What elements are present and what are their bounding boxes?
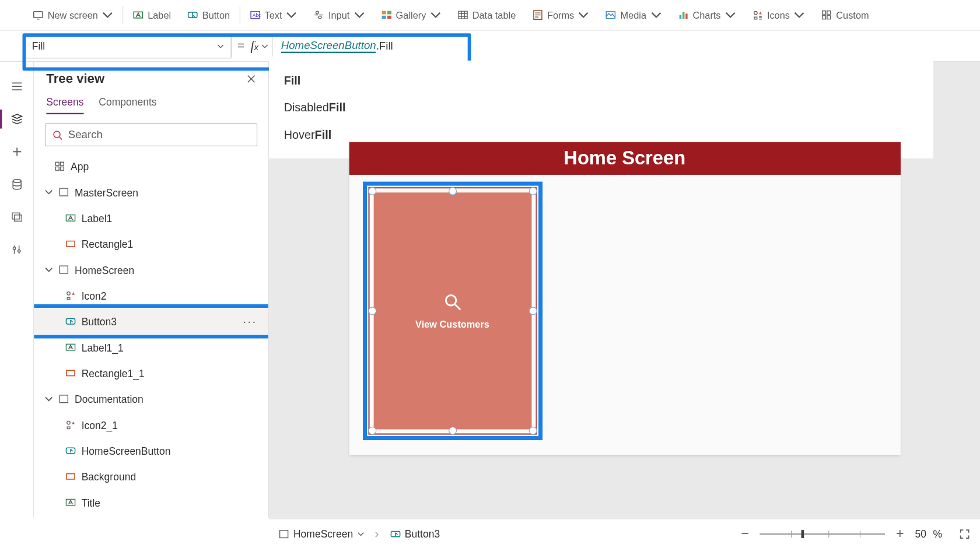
tree-node-icon2-1[interactable]: Icon2_1 bbox=[34, 412, 268, 437]
hamburger-icon bbox=[10, 80, 23, 93]
canvas-screen[interactable]: Home Screen View Customers bbox=[349, 142, 900, 455]
left-rail bbox=[0, 62, 34, 518]
insert-text-label: Text bbox=[265, 9, 282, 20]
svg-rect-31 bbox=[56, 167, 60, 170]
breadcrumb-screen[interactable]: HomeScreen bbox=[278, 528, 364, 540]
svg-point-5 bbox=[316, 11, 319, 14]
input-icon bbox=[313, 9, 324, 20]
zoom-slider[interactable] bbox=[760, 533, 886, 534]
tree-view-title: Tree view bbox=[46, 72, 104, 87]
tree-node-app[interactable]: App bbox=[34, 153, 268, 179]
selected-control-frame[interactable]: View Customers bbox=[362, 182, 542, 440]
resize-handle[interactable] bbox=[368, 307, 376, 315]
fit-to-screen-icon[interactable] bbox=[958, 528, 971, 540]
insert-text-button[interactable]: Abc Text bbox=[242, 0, 305, 30]
insert-input-button[interactable]: Input bbox=[305, 0, 373, 30]
svg-rect-40 bbox=[66, 370, 75, 375]
svg-point-47 bbox=[446, 295, 456, 305]
tree-node-button3[interactable]: Button3 ··· bbox=[34, 308, 268, 334]
tree-node-rectangle1-1[interactable]: Rectangle1_1 bbox=[34, 360, 268, 385]
screen-icon bbox=[58, 394, 69, 405]
tab-screens[interactable]: Screens bbox=[46, 96, 83, 115]
layers-icon bbox=[10, 113, 23, 125]
app-icon bbox=[54, 160, 65, 171]
tree-node-rectangle1[interactable]: Rectangle1 bbox=[34, 231, 268, 257]
chevron-down-icon bbox=[354, 9, 365, 20]
resize-handle[interactable] bbox=[368, 187, 376, 195]
insert-button-button[interactable]: Button bbox=[179, 0, 238, 30]
insert-icons-button[interactable]: Icons bbox=[744, 0, 813, 30]
insert-forms-button[interactable]: Forms bbox=[524, 0, 597, 30]
tree-node-masterscreen[interactable]: MasterScreen bbox=[34, 179, 268, 205]
formula-input[interactable]: HomeScreenButton.Fill bbox=[275, 34, 980, 58]
insert-custom-button[interactable]: Custom bbox=[813, 0, 877, 30]
tree-node-homescreenbutton[interactable]: HomeScreenButton bbox=[34, 437, 268, 463]
svg-point-26 bbox=[13, 247, 15, 250]
tree-node-label: Button3 bbox=[82, 315, 117, 327]
zoom-out-button[interactable]: − bbox=[737, 526, 753, 542]
svg-rect-17 bbox=[685, 13, 688, 19]
tree-node-label: Background bbox=[82, 470, 136, 482]
svg-rect-35 bbox=[66, 241, 75, 246]
resize-handle[interactable] bbox=[448, 187, 456, 195]
tree-node-topbar[interactable]: TopBar bbox=[34, 515, 268, 518]
tree-node-homescreen[interactable]: HomeScreen bbox=[34, 257, 268, 282]
tree-node-documentation[interactable]: Documentation bbox=[34, 386, 268, 412]
rail-media[interactable] bbox=[0, 201, 34, 233]
database-icon bbox=[10, 178, 23, 191]
svg-rect-16 bbox=[682, 12, 684, 19]
button-icon bbox=[390, 528, 401, 539]
view-customers-button[interactable]: View Customers bbox=[373, 192, 531, 429]
chevron-down-icon bbox=[45, 187, 53, 198]
svg-rect-32 bbox=[61, 167, 64, 170]
tree-search-input[interactable]: Search bbox=[45, 123, 257, 146]
tree-node-label1-1[interactable]: Label1_1 bbox=[34, 334, 268, 360]
selection-outline: View Customers bbox=[368, 187, 537, 435]
insert-datatable-button[interactable]: Data table bbox=[449, 0, 524, 30]
formula-reference: HomeScreenButton bbox=[281, 39, 376, 52]
new-screen-button[interactable]: New screen bbox=[24, 0, 121, 30]
insert-input-label: Input bbox=[328, 9, 349, 20]
svg-rect-7 bbox=[382, 11, 386, 15]
close-icon[interactable] bbox=[246, 74, 256, 83]
tree-node-label: Rectangle1 bbox=[82, 238, 134, 250]
autocomplete-item[interactable]: Fill bbox=[284, 68, 919, 95]
svg-rect-41 bbox=[60, 395, 68, 402]
search-icon bbox=[442, 292, 463, 312]
autocomplete-item[interactable]: DisabledFill bbox=[284, 94, 919, 122]
rail-hamburger[interactable] bbox=[0, 70, 34, 103]
svg-point-6 bbox=[319, 16, 322, 19]
tree-node-label: HomeScreen bbox=[75, 264, 134, 275]
zoom-value: 50 bbox=[915, 528, 926, 540]
tree-node-icon2[interactable]: Icon2 bbox=[34, 282, 268, 308]
svg-point-23 bbox=[13, 180, 21, 182]
insert-charts-button[interactable]: Charts bbox=[670, 0, 744, 30]
resize-handle[interactable] bbox=[448, 427, 456, 435]
tree-node-label1[interactable]: Label1 bbox=[34, 205, 268, 230]
tree-node-background[interactable]: Background bbox=[34, 463, 268, 489]
resize-handle[interactable] bbox=[368, 427, 376, 435]
rail-data[interactable] bbox=[0, 168, 34, 201]
tab-components[interactable]: Components bbox=[99, 96, 156, 113]
resize-handle[interactable] bbox=[528, 187, 537, 195]
rail-insert[interactable] bbox=[0, 135, 34, 168]
rail-advanced[interactable] bbox=[0, 233, 34, 266]
more-button[interactable]: ··· bbox=[243, 314, 258, 329]
insert-media-button[interactable]: Media bbox=[597, 0, 670, 30]
button-icon bbox=[187, 9, 198, 20]
insert-gallery-button[interactable]: Gallery bbox=[373, 0, 449, 30]
breadcrumb-control[interactable]: Button3 bbox=[390, 528, 440, 540]
chevron-down-icon bbox=[430, 9, 441, 20]
resize-handle[interactable] bbox=[528, 427, 537, 435]
resize-handle[interactable] bbox=[528, 307, 537, 315]
insert-label-button[interactable]: Label bbox=[124, 0, 179, 30]
zoom-in-button[interactable]: + bbox=[892, 526, 908, 542]
fx-button[interactable]: fx bbox=[250, 38, 272, 54]
rail-treeview[interactable] bbox=[0, 103, 34, 135]
svg-rect-48 bbox=[280, 530, 288, 538]
property-selector[interactable]: Fill bbox=[24, 34, 232, 58]
tree-node-title[interactable]: Title bbox=[34, 489, 268, 515]
label-icon bbox=[132, 9, 144, 20]
screen-icon bbox=[58, 264, 69, 275]
fx-icon: fx bbox=[250, 38, 258, 54]
